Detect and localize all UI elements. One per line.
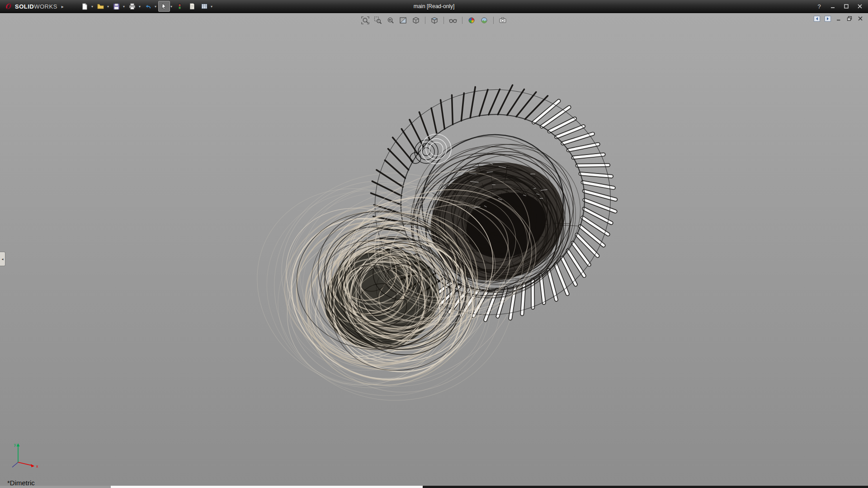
view-orientation-button[interactable] xyxy=(410,15,421,26)
doc-close-button[interactable] xyxy=(857,15,863,22)
edit-appearance-sphere-icon xyxy=(467,16,476,25)
app-brand-text: SOLIDWORKS xyxy=(15,3,57,10)
previous-view-button[interactable] xyxy=(385,15,396,26)
document-window-controls xyxy=(813,15,863,22)
hud-separator xyxy=(425,17,425,24)
doc-close-icon xyxy=(858,16,863,21)
close-button[interactable] xyxy=(856,3,863,10)
zoom-to-fit-button[interactable] xyxy=(360,15,371,26)
minimize-icon xyxy=(830,4,835,9)
select-tool-button[interactable] xyxy=(158,1,170,12)
open-dropdown-arrow[interactable]: ▾ xyxy=(107,5,109,9)
apply-scene-button[interactable] xyxy=(479,15,490,26)
print-dropdown-arrow[interactable]: ▾ xyxy=(139,5,141,9)
triad-x-label: x xyxy=(36,464,38,469)
window-controls: ? xyxy=(816,3,868,10)
next-window-button[interactable] xyxy=(824,15,831,22)
titlebar: SOLIDWORKS ▸ ▾ ▾ ▾ xyxy=(0,0,868,13)
open-folder-icon xyxy=(97,3,104,10)
view-orientation-label: *Dimetric xyxy=(7,479,35,486)
minimize-button[interactable] xyxy=(829,3,836,10)
options-button[interactable] xyxy=(198,1,210,12)
bottom-strip-gray xyxy=(0,486,111,488)
rebuild-traffic-light-icon xyxy=(176,3,183,10)
zoom-to-area-button[interactable] xyxy=(373,15,383,26)
select-cursor-icon xyxy=(160,3,168,10)
previous-window-icon xyxy=(814,16,820,22)
display-style-button[interactable] xyxy=(429,15,440,26)
bottom-strip-light xyxy=(111,486,423,488)
zoom-to-area-icon xyxy=(373,16,382,25)
reference-triad: y x xyxy=(8,441,42,470)
view-settings-camera-icon xyxy=(498,16,507,25)
feature-pane-collapse-tab[interactable]: ◂ xyxy=(0,252,5,266)
doc-restore-button[interactable] xyxy=(846,15,853,22)
zoom-to-fit-icon xyxy=(361,16,370,25)
hud-separator xyxy=(462,17,462,24)
quick-access-toolbar: ▾ ▾ ▾ ▾ xyxy=(79,1,214,12)
view-orientation-cube-icon xyxy=(411,16,420,25)
new-dropdown-arrow[interactable]: ▾ xyxy=(91,5,93,9)
select-dropdown-arrow[interactable]: ▾ xyxy=(170,5,172,9)
brand-solid: SOLID xyxy=(15,3,34,10)
doc-minimize-button[interactable] xyxy=(835,15,842,22)
new-document-icon xyxy=(81,3,89,10)
close-icon xyxy=(857,4,863,9)
wireframe-engine-model xyxy=(0,13,868,486)
undo-icon xyxy=(144,3,152,10)
brand-works: WORKS xyxy=(34,3,57,10)
bottom-strip-dark xyxy=(423,486,868,488)
menu-expand-arrow[interactable]: ▸ xyxy=(60,3,66,10)
hide-show-glasses-icon xyxy=(448,16,458,25)
maximize-button[interactable] xyxy=(843,3,850,10)
help-button[interactable]: ? xyxy=(816,3,823,10)
save-icon xyxy=(113,3,120,10)
apply-scene-icon xyxy=(480,16,489,25)
hud-separator xyxy=(493,17,494,24)
print-button[interactable] xyxy=(127,1,138,12)
doc-restore-icon xyxy=(847,16,852,21)
app-brand: SOLIDWORKS ▸ xyxy=(0,2,69,10)
collapse-arrow-icon: ◂ xyxy=(1,257,3,261)
view-settings-button[interactable] xyxy=(497,15,508,26)
save-dropdown-arrow[interactable]: ▾ xyxy=(123,5,125,9)
file-properties-button[interactable] xyxy=(186,1,198,12)
file-properties-icon xyxy=(189,3,196,10)
next-window-icon xyxy=(825,16,831,22)
graphics-viewport[interactable]: ◂ y x *Dimetric xyxy=(0,13,868,486)
save-button[interactable] xyxy=(111,1,123,12)
hide-show-items-button[interactable] xyxy=(448,15,458,26)
open-button[interactable] xyxy=(95,1,107,12)
new-document-button[interactable] xyxy=(79,1,91,12)
previous-view-icon xyxy=(386,16,395,25)
help-icon: ? xyxy=(817,3,821,10)
undo-button[interactable] xyxy=(142,1,154,12)
previous-window-button[interactable] xyxy=(813,15,820,22)
section-view-button[interactable] xyxy=(398,15,409,26)
dassault-logo-icon xyxy=(5,2,13,10)
triad-y-label: y xyxy=(14,442,16,447)
display-style-icon xyxy=(430,16,439,25)
doc-minimize-icon xyxy=(836,16,841,21)
undo-dropdown-arrow[interactable]: ▾ xyxy=(155,5,156,9)
hud-separator xyxy=(443,17,444,24)
options-dropdown-arrow[interactable]: ▾ xyxy=(211,5,212,9)
edit-appearance-button[interactable] xyxy=(466,15,477,26)
rebuild-button[interactable] xyxy=(174,1,186,12)
options-table-icon xyxy=(201,3,208,10)
maximize-icon xyxy=(844,4,849,9)
bottom-edge-strip xyxy=(0,486,868,488)
section-view-icon xyxy=(399,16,408,25)
heads-up-toolbar xyxy=(360,15,508,26)
print-icon xyxy=(128,3,136,10)
